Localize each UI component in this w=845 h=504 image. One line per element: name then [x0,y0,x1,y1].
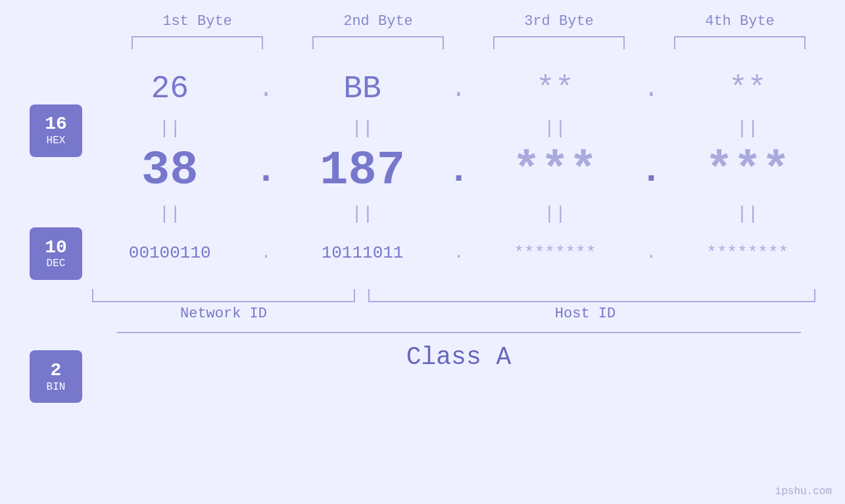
header-byte4: 4th Byte [667,13,812,30]
bracket-byte1 [132,36,263,49]
bin-b4: ******** [675,243,820,263]
bin-badge-num: 2 [51,361,62,381]
content-area: 16 HEX 10 DEC 2 BIN 26 . BB . ** . ** [0,56,845,504]
class-section: Class A [92,332,825,371]
hex-badge-label: HEX [47,135,66,147]
header-brackets [107,36,831,49]
hex-badge: 16 HEX [30,104,82,157]
hex-b4: ** [675,71,820,106]
eq2-b1: || [97,204,242,224]
grid-area: 26 . BB . ** . ** || || || || 38 [92,56,845,504]
bin-badge-label: BIN [47,381,66,393]
bracket-byte3 [493,36,625,49]
eq2-b4: || [675,204,820,224]
bracket-byte4 [674,36,806,49]
header-byte1: 1st Byte [125,13,270,30]
bottom-brackets [92,289,815,302]
dec-b2: 187 [290,144,435,198]
bottom-labels: Network ID Host ID [92,306,815,322]
watermark: ipshu.com [775,486,832,497]
hex-row: 26 . BB . ** . ** [92,62,825,115]
dec-b3: *** [483,144,627,198]
equals-row-1: || || || || [92,115,825,141]
bracket-spacer [355,289,368,302]
eq1-b4: || [675,118,820,139]
dec-dot2: . [445,150,471,192]
header-byte3: 3rd Byte [487,13,631,30]
hex-b2: BB [290,71,435,106]
main-container: 1st Byte 2nd Byte 3rd Byte 4th Byte 16 H… [0,0,845,504]
hex-b3: ** [483,71,627,106]
bin-row: 00100110 . 10111011 . ******** . *******… [92,227,825,279]
dec-badge-num: 10 [45,238,67,258]
hex-badge-num: 16 [45,114,67,135]
hex-dot3: . [638,75,664,103]
equals-row-2: || || || || [92,200,825,227]
dec-b4: *** [675,144,820,198]
labels-column: 16 HEX 10 DEC 2 BIN [0,56,92,504]
bin-b2: 10111011 [290,243,435,263]
dec-badge-label: DEC [47,258,66,269]
dec-dot1: . [253,150,279,192]
bracket-host [368,289,815,302]
class-label: Class A [406,343,512,371]
bin-b1: 00100110 [97,243,242,263]
bracket-network [92,289,355,302]
hex-dot1: . [253,75,279,103]
eq1-b2: || [290,118,435,139]
bin-dot2: . [445,243,471,263]
class-line [117,332,801,333]
dec-dot3: . [638,150,664,192]
byte-headers: 1st Byte 2nd Byte 3rd Byte 4th Byte [107,13,831,30]
bottom-section: Network ID Host ID [92,289,815,322]
dec-b1: 38 [97,144,242,198]
bin-dot1: . [253,243,279,263]
bin-b3: ******** [483,243,627,263]
hex-b1: 26 [97,71,242,106]
hex-dot2: . [445,75,471,103]
network-id-label: Network ID [92,306,355,322]
dec-badge: 10 DEC [30,227,82,280]
eq1-b3: || [483,118,627,139]
host-id-label: Host ID [355,306,815,322]
header-byte2: 2nd Byte [306,13,450,30]
eq1-b1: || [97,118,242,139]
bin-badge: 2 BIN [30,350,82,403]
bin-dot3: . [638,243,664,263]
dec-row: 38 . 187 . *** . *** [92,141,825,200]
eq2-b3: || [483,204,627,224]
eq2-b2: || [290,204,435,224]
bracket-byte2 [312,36,444,49]
